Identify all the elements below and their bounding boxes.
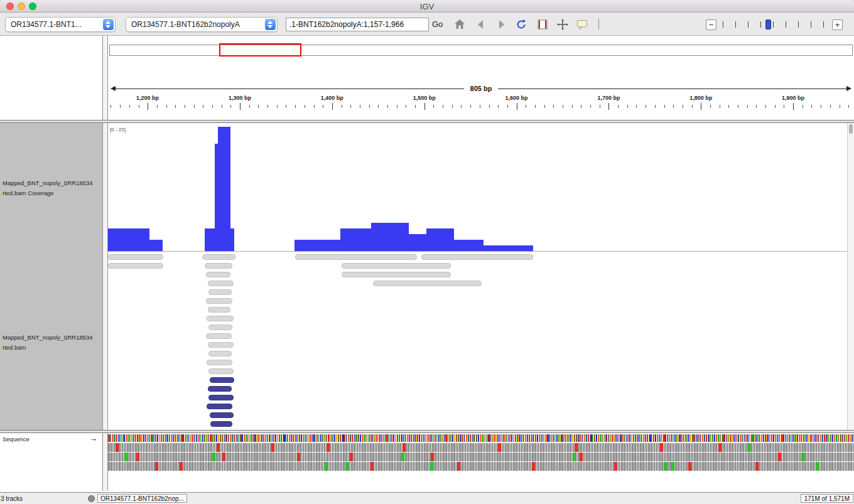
- refresh-icon[interactable]: [515, 18, 527, 31]
- alignment-read[interactable]: [208, 342, 234, 348]
- alignment-read[interactable]: [208, 351, 232, 357]
- coverage-bar: [371, 223, 409, 251]
- zoom-tick-strip[interactable]: [720, 19, 828, 30]
- status-circle-icon[interactable]: [88, 495, 95, 502]
- ruler-tick-label: 1,500 bp: [413, 95, 436, 101]
- zoom-tick: [760, 21, 761, 28]
- panel-splitter-vertical[interactable]: [102, 36, 108, 120]
- panel-splitter-vertical[interactable]: [102, 123, 108, 430]
- panel-splitter-vertical[interactable]: [102, 433, 108, 491]
- strand-arrow-icon[interactable]: →: [89, 434, 97, 443]
- dropdown-stepper-icon: [103, 19, 114, 30]
- ruler-tick: [710, 105, 711, 108]
- region-of-interest-icon[interactable]: [536, 18, 549, 31]
- span-line: [116, 88, 464, 89]
- sequence-track-name[interactable]: Sequence: [3, 436, 30, 442]
- ruler-tick: [424, 103, 425, 110]
- amino-acid-stop-codon: [271, 443, 274, 452]
- scrollbar-thumb[interactable]: [849, 124, 853, 134]
- ideogram-region[interactable]: [219, 43, 301, 56]
- alignment-read[interactable]: [373, 281, 482, 286]
- zoom-thumb[interactable]: [765, 19, 771, 29]
- vertical-scrollbar[interactable]: [847, 123, 854, 430]
- amino-acid-stop-codon: [116, 443, 119, 452]
- alignment-read[interactable]: [206, 298, 233, 304]
- alignment-read[interactable]: [421, 254, 533, 260]
- amino-acid-stop-codon: [532, 462, 535, 471]
- ruler-tick: [765, 105, 766, 108]
- alignment-read[interactable]: [207, 316, 234, 321]
- alignment-read[interactable]: [342, 263, 451, 269]
- ruler-tick: [784, 105, 784, 108]
- ruler-tick: [517, 103, 517, 110]
- ruler-tick: [848, 105, 849, 108]
- fit-to-window-icon[interactable]: [556, 18, 569, 31]
- alignment-read[interactable]: [206, 333, 232, 339]
- zoom-slider: − +: [706, 19, 843, 30]
- alignment-read[interactable]: [342, 272, 451, 277]
- ruler-tick: [240, 103, 241, 110]
- alignment-read[interactable]: [207, 360, 232, 365]
- chromosome-dropdown[interactable]: OR134577.1-BNT162b2nopolyA: [126, 17, 278, 32]
- alignment-read[interactable]: [210, 412, 234, 418]
- alignment-read[interactable]: [295, 254, 417, 260]
- tick-layer: 1,200 bp1,300 bp1,400 bp1,500 bp1,600 bp…: [108, 95, 854, 120]
- home-icon[interactable]: [453, 18, 466, 31]
- amino-acid-stop-codon: [457, 462, 460, 471]
- ruler-tick: [415, 105, 416, 108]
- zoom-tick: [823, 21, 824, 28]
- ruler-tick: [673, 105, 674, 108]
- locus-input[interactable]: [286, 18, 429, 31]
- back-arrow-icon[interactable]: [475, 18, 487, 31]
- alignment-read[interactable]: [108, 254, 163, 260]
- alignment-read[interactable]: [108, 263, 163, 269]
- zoom-in-button[interactable]: +: [832, 19, 843, 30]
- alignment-track-name[interactable]: Mapped_BNT_nopoly_SRR18534 rted.bam: [3, 333, 93, 353]
- ruler-tick: [120, 105, 121, 108]
- span-line: [498, 88, 846, 89]
- ruler-tick: [480, 105, 480, 108]
- alignment-read[interactable]: [208, 368, 234, 374]
- alignment-read[interactable]: [210, 421, 232, 427]
- coverage-bar: [409, 234, 426, 251]
- alignment-read[interactable]: [206, 272, 231, 277]
- alignment-read[interactable]: [210, 377, 235, 383]
- alignment-read[interactable]: [205, 263, 232, 269]
- alignment-read[interactable]: [208, 281, 234, 286]
- alignment-read[interactable]: [202, 254, 235, 260]
- zoom-out-button[interactable]: −: [706, 19, 716, 30]
- ruler-tick-label: 1,300 bp: [229, 95, 251, 101]
- amino-acid-stop-codon: [217, 443, 220, 452]
- alignment-read[interactable]: [208, 324, 232, 330]
- alignment-read[interactable]: [207, 404, 232, 409]
- amino-acid-stop-codon: [431, 453, 434, 461]
- sequence-main: [108, 433, 854, 491]
- ruler-tick: [720, 105, 720, 108]
- go-button[interactable]: Go: [432, 19, 443, 29]
- coverage-track-name-line2: rted.bam Coverage: [3, 188, 93, 198]
- ruler-tick-label: 1,200 bp: [136, 95, 159, 101]
- tooltip-bubble-icon[interactable]: [576, 18, 588, 31]
- ruler-tick: [655, 105, 656, 108]
- alignment-track-name-line1: Mapped_BNT_nopoly_SRR18534: [3, 333, 93, 343]
- alignment-read[interactable]: [208, 307, 231, 313]
- amino-acid-start-codon: [124, 453, 127, 461]
- memory-usage-label[interactable]: 171M of 1,571M: [801, 494, 853, 503]
- amino-acid-stop-codon: [180, 462, 183, 471]
- ruler-tick: [811, 105, 812, 108]
- genome-dropdown[interactable]: OR134577.1-BNT1...: [5, 17, 116, 32]
- ruler-tick: [821, 105, 821, 108]
- amino-acid-start-codon: [345, 462, 349, 471]
- ruler-main: 805 bp 1,200 bp1,300 bp1,400 bp1,500 bp1…: [108, 36, 854, 120]
- status-locus-box: OR134577.1-BNT162b2nop...: [97, 494, 187, 503]
- coverage-bar: [340, 228, 371, 251]
- ruler-tick: [175, 105, 176, 108]
- coverage-track-name[interactable]: Mapped_BNT_nopoly_SRR18534 rted.bam Cove…: [3, 178, 93, 198]
- ruler-tick: [738, 105, 738, 108]
- coverage-range-label: [0 - 22]: [110, 127, 126, 132]
- forward-arrow-icon[interactable]: [495, 18, 507, 31]
- alignment-read[interactable]: [208, 386, 232, 392]
- alignment-read[interactable]: [208, 289, 232, 295]
- alignment-read[interactable]: [208, 395, 234, 400]
- ruler-panel: 805 bp 1,200 bp1,300 bp1,400 bp1,500 bp1…: [0, 36, 854, 120]
